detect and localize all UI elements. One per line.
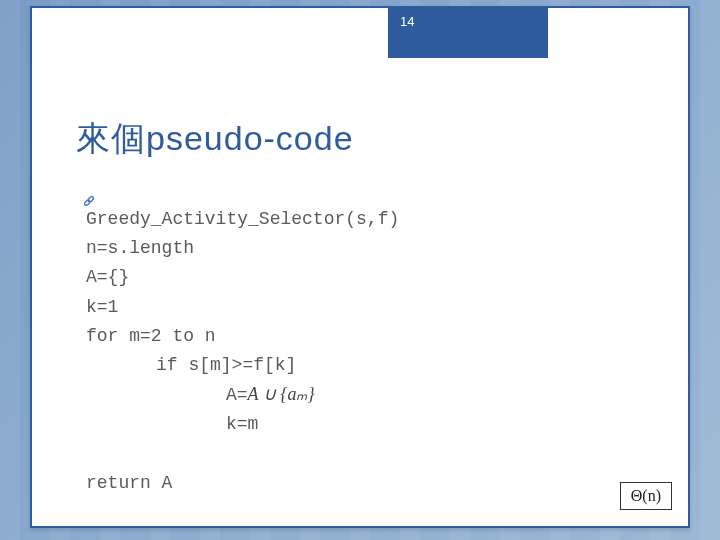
complexity-value: Θ(n) [631, 487, 661, 504]
code-line: k=m [86, 410, 258, 439]
code-line: A={} [86, 267, 129, 287]
code-line: k=1 [86, 297, 118, 317]
pseudocode-block: Greedy_Activity_Selector(s,f) n=s.length… [86, 176, 399, 498]
complexity-box: Θ(n) [620, 482, 672, 510]
code-line: n=s.length [86, 238, 194, 258]
math-expression: A ∪ {aₘ} [248, 384, 315, 404]
code-line: A=A ∪ {aₘ} [86, 380, 315, 410]
page-number-box: 14 [388, 6, 548, 58]
slide-title: 來個pseudo-code [76, 116, 354, 162]
code-line: Greedy_Activity_Selector(s,f) [86, 209, 399, 229]
slide-card: 14 來個pseudo-code Greedy_Activity_Selecto… [30, 6, 690, 528]
code-line: return A [86, 473, 172, 493]
code-line: for m=2 to n [86, 326, 216, 346]
page-number: 14 [400, 14, 414, 29]
code-line: if s[m]>=f[k] [86, 351, 296, 380]
